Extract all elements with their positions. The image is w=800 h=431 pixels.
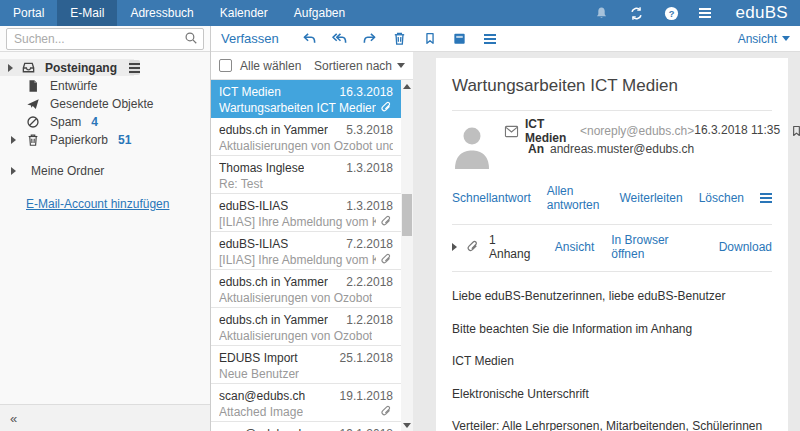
sidebar-item-spam[interactable]: Spam 4 <box>0 113 210 130</box>
sidebar-item-meine-ordner[interactable]: Meine Ordner <box>0 162 210 179</box>
view-label: Ansicht <box>738 32 777 46</box>
tab-email[interactable]: E-Mail <box>57 0 117 26</box>
folder-label: Spam <box>50 115 81 129</box>
tab-kalender[interactable]: Kalender <box>207 0 281 26</box>
mail-sender: edubs.ch in Yammer <box>219 313 328 328</box>
reply-all-button[interactable] <box>325 27 355 51</box>
list-options-icon[interactable] <box>475 27 505 51</box>
mail-date: 25.1.2018 <box>340 351 393 366</box>
list-item[interactable]: ICT Medien16.3.2018 Wartungsarbeiten ICT… <box>211 80 401 118</box>
scroll-down-icon[interactable] <box>401 419 413 431</box>
mail-sender: ICT Medien <box>219 85 281 100</box>
mail-sender: eduBS-ILIAS <box>219 199 288 214</box>
sender-name: ICT Medien <box>525 117 574 145</box>
scroll-up-icon[interactable] <box>401 80 413 92</box>
list-item[interactable]: edubs.ch in Yammer5.3.2018 Aktualisierun… <box>211 118 401 156</box>
mail-items: ICT Medien16.3.2018 Wartungsarbeiten ICT… <box>211 80 401 431</box>
notifications-bell-icon[interactable] <box>594 6 609 21</box>
attachment-row: 1 Anhang Ansicht In Browser öffnen Downl… <box>452 224 772 272</box>
mail-list-header: Alle wählen Sortieren nach <box>211 52 413 80</box>
sidebar-item-papierkorb[interactable]: Papierkorb 51 <box>0 131 210 148</box>
search-icon[interactable] <box>184 31 198 48</box>
list-item[interactable]: EDUBS Import25.1.2018 Neue Benutzer <box>211 346 401 384</box>
add-email-account-link[interactable]: E-Mail-Account hinzufügen <box>26 197 169 211</box>
svg-text:?: ? <box>669 8 675 18</box>
chevron-down-icon <box>782 36 790 41</box>
attachment-open-browser-link[interactable]: In Browser öffnen <box>611 233 701 261</box>
tab-aufgaben[interactable]: Aufgaben <box>281 0 358 26</box>
quick-reply-link[interactable]: Schnellantwort <box>452 191 531 205</box>
refresh-icon[interactable] <box>629 6 644 21</box>
mail-subject: Aktualisierungen von Ozobot <box>219 329 372 343</box>
delete-link[interactable]: Löschen <box>699 191 744 205</box>
paperclip-icon <box>380 405 393 418</box>
message-body: Liebe eduBS-Benutzerinnen, liebe eduBS-B… <box>452 289 772 431</box>
expand-caret-icon[interactable] <box>8 64 13 72</box>
sidebar-item-entwuerfe[interactable]: Entwürfe <box>0 77 210 94</box>
tab-portal[interactable]: Portal <box>0 0 57 26</box>
flag-button[interactable] <box>415 27 445 51</box>
body-paragraph: Bitte beachten Sie die Information im An… <box>452 322 772 338</box>
mail-toolbar: Verfassen Ansicht <box>211 26 800 52</box>
folder-options-icon[interactable] <box>129 60 140 75</box>
help-icon[interactable]: ? <box>664 6 679 21</box>
message-card: Wartungsarbeiten ICT Medien ICT Medien <box>436 58 788 431</box>
folder-sidebar: Posteingang Entwürfe Gesendete Objekte <box>0 26 211 431</box>
recipient-email: andreas.muster@edubs.ch <box>550 142 694 156</box>
sidebar-item-gesendete[interactable]: Gesendete Objekte <box>0 95 210 112</box>
expand-attachments-icon[interactable] <box>452 243 457 251</box>
list-scrollbar[interactable] <box>401 80 413 431</box>
select-all-label: Alle wählen <box>240 59 301 73</box>
flag-message-icon[interactable] <box>790 124 800 138</box>
list-item[interactable]: scan@edubs.ch19.1.2018 Attached Image <box>211 384 401 422</box>
attachment-download-link[interactable]: Download <box>719 240 772 254</box>
collapse-sidebar-button[interactable]: « <box>0 404 210 431</box>
sort-menu-button[interactable]: Sortieren nach <box>314 59 405 73</box>
attachment-count: 1 Anhang <box>489 233 538 261</box>
chevron-down-icon <box>397 63 405 68</box>
mail-list-pane: Alle wählen Sortieren nach ICT Medien16.… <box>211 52 413 431</box>
to-label: An <box>528 142 544 156</box>
reply-button[interactable] <box>295 27 325 51</box>
paperclip-icon <box>466 240 480 254</box>
list-item[interactable]: eduBS-ILIAS1.3.2018 [ILIAS] Ihre Abmeldu… <box>211 194 401 232</box>
main-menu-icon[interactable] <box>699 8 711 18</box>
list-item[interactable]: Thomas Inglese1.3.2018 Re: Test <box>211 156 401 194</box>
folder-list: Posteingang Entwürfe Gesendete Objekte <box>0 52 210 211</box>
mail-subject: Aktualisierungen von Ozobot <box>219 291 372 305</box>
attachment-view-link[interactable]: Ansicht <box>555 240 594 254</box>
body-paragraph: Elektronische Unterschrift <box>452 387 772 403</box>
archive-button[interactable] <box>445 27 475 51</box>
scrollbar-track[interactable] <box>401 92 413 419</box>
folder-label: Gesendete Objekte <box>50 97 153 111</box>
forward-button[interactable] <box>355 27 385 51</box>
list-item[interactable]: eduBS-ILIAS7.2.2018 [ILIAS] Ihre Abmeldu… <box>211 232 401 270</box>
compose-button[interactable]: Verfassen <box>221 31 279 46</box>
mail-date: 2.2.2018 <box>346 275 393 290</box>
delete-button[interactable] <box>385 27 415 51</box>
folder-label: Entwürfe <box>50 79 97 93</box>
top-navbar: Portal E-Mail Adressbuch Kalender Aufgab… <box>0 0 800 26</box>
mail-sender: scan@edubs.ch <box>219 427 305 431</box>
list-item[interactable]: scan@edubs.ch19.1.2018 <box>211 422 401 431</box>
sidebar-item-posteingang[interactable]: Posteingang <box>0 59 134 76</box>
scrollbar-thumb[interactable] <box>402 194 412 236</box>
search-input[interactable] <box>6 28 204 50</box>
paperclip-icon <box>380 101 393 114</box>
folder-label: Papierkorb <box>50 133 108 147</box>
spam-count-badge: 4 <box>91 115 98 129</box>
tab-adressbuch[interactable]: Adressbuch <box>117 0 206 26</box>
select-all-checkbox[interactable] <box>219 59 232 72</box>
reply-all-link[interactable]: Allen antworten <box>547 184 604 212</box>
message-options-icon[interactable] <box>760 193 772 203</box>
forward-link[interactable]: Weiterleiten <box>619 191 682 205</box>
inbox-icon <box>21 60 36 75</box>
list-item[interactable]: edubs.ch in Yammer2.2.2018 Aktualisierun… <box>211 270 401 308</box>
mail-subject: Neue Benutzer <box>219 367 299 381</box>
expand-caret-icon[interactable] <box>8 167 18 175</box>
mail-sender: edubs.ch in Yammer <box>219 123 328 138</box>
list-item[interactable]: edubs.ch in Yammer1.2.2018 Aktualisierun… <box>211 308 401 346</box>
view-menu-button[interactable]: Ansicht <box>738 32 790 46</box>
mail-date: 19.1.2018 <box>340 427 393 431</box>
expand-caret-icon[interactable] <box>8 136 18 144</box>
